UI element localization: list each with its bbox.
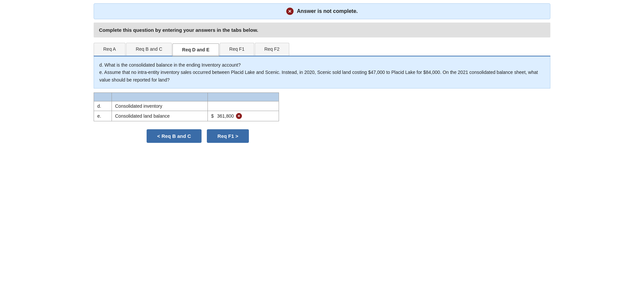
table-header-letter bbox=[94, 93, 112, 101]
tabs-container: Req A Req B and C Req D and E Req F1 Req… bbox=[94, 43, 550, 56]
instruction-text: Complete this question by entering your … bbox=[99, 27, 258, 33]
prev-button[interactable]: < Req B and C bbox=[147, 129, 202, 143]
alert-text: Answer is not complete. bbox=[297, 8, 358, 14]
alert-icon: ✕ bbox=[286, 8, 294, 15]
question-line-e: e. Assume that no intra-entity inventory… bbox=[99, 70, 538, 82]
next-button[interactable]: Req F1 > bbox=[207, 129, 249, 143]
nav-buttons: < Req B and C Req F1 > bbox=[147, 129, 550, 143]
row-e-error-icon: ✕ bbox=[236, 113, 242, 119]
row-e-value: 361,800 bbox=[217, 113, 234, 119]
row-e-label: Consolidated land balance bbox=[112, 111, 207, 121]
row-d-value-cell[interactable] bbox=[208, 101, 279, 111]
table-row: d. Consolidated inventory bbox=[94, 101, 279, 111]
dollar-sign: $ bbox=[211, 113, 215, 119]
alert-banner: ✕ Answer is not complete. bbox=[94, 3, 550, 19]
row-e-value-cell: $ 361,800 ✕ bbox=[208, 111, 279, 121]
tab-req-a[interactable]: Req A bbox=[94, 43, 125, 56]
table-row: e. Consolidated land balance $ 361,800 ✕ bbox=[94, 111, 279, 121]
instruction-bar: Complete this question by entering your … bbox=[94, 23, 550, 37]
row-d-label: Consolidated inventory bbox=[112, 101, 207, 111]
table-header-value bbox=[208, 93, 279, 101]
row-d-letter: d. bbox=[94, 101, 112, 111]
tab-req-de[interactable]: Req D and E bbox=[172, 43, 219, 56]
row-e-letter: e. bbox=[94, 111, 112, 121]
tab-req-bc[interactable]: Req B and C bbox=[126, 43, 172, 56]
row-d-input[interactable] bbox=[211, 103, 275, 109]
tab-req-f2[interactable]: Req F2 bbox=[255, 43, 289, 56]
question-area: d. What is the consolidated balance in t… bbox=[94, 56, 550, 88]
data-table: d. Consolidated inventory e. Consolidate… bbox=[94, 92, 279, 121]
question-line-d: d. What is the consolidated balance in t… bbox=[99, 62, 241, 68]
tab-req-f1[interactable]: Req F1 bbox=[220, 43, 254, 56]
table-header-label bbox=[112, 93, 207, 101]
